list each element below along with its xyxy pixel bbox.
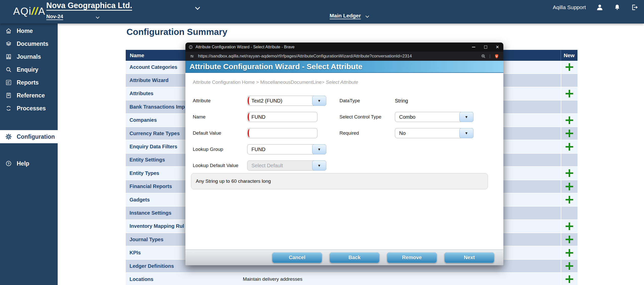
sidebar-item-home[interactable]: Home: [0, 24, 58, 37]
datatype-info-text: Any String up to 60 characters long: [196, 178, 271, 184]
back-button[interactable]: Back: [330, 252, 379, 263]
add-new-button[interactable]: [565, 129, 573, 137]
sidebar-item-reports[interactable]: Reports: [0, 76, 58, 89]
cancel-button[interactable]: Cancel: [272, 252, 322, 263]
sidebar-item-label: Reference: [17, 92, 45, 99]
app-root: AQi//A Nova Geographica Ltd. Nov-24 Main…: [0, 0, 644, 285]
address-bar: https://sandbox.aqilla.net/rayyan-aqdemo…: [185, 52, 503, 61]
add-new-button[interactable]: [565, 116, 573, 124]
new-cell: [561, 260, 577, 272]
configuration-icon: [5, 133, 12, 140]
new-cell: [561, 180, 577, 193]
add-new-button[interactable]: [565, 143, 573, 151]
config-item-name[interactable]: Locations: [126, 273, 243, 285]
minimize-button[interactable]: [468, 43, 480, 52]
page-title: Configuration Summary: [126, 27, 227, 37]
zoom-in-icon[interactable]: [481, 54, 486, 59]
table-row: Locations Maintain delivery addresses: [126, 273, 577, 285]
toolbar-separator: |: [489, 54, 490, 59]
add-new-button[interactable]: [565, 63, 573, 71]
lookup-default-value-label: Lookup Default Value: [193, 160, 238, 171]
lookup-group-combo: ▼: [247, 144, 326, 154]
lookup-group-dropdown-button[interactable]: ▼: [312, 144, 326, 154]
ledger-label: Main Ledger: [330, 13, 361, 18]
default-value-input[interactable]: [247, 128, 317, 138]
chevron-down-icon[interactable]: [366, 14, 369, 18]
ledger-selector[interactable]: Main Ledger: [330, 13, 361, 19]
topbar: AQi//A Nova Geographica Ltd. Nov-24 Main…: [0, 0, 644, 24]
new-cell: [561, 167, 577, 179]
required-dropdown-button[interactable]: ▼: [459, 128, 474, 138]
brave-shield-icon[interactable]: [494, 54, 499, 59]
aqilla-logo[interactable]: AQi//A: [13, 6, 46, 17]
breadcrumb-entity[interactable]: MiscellaneousDocumentLine: [260, 79, 322, 85]
name-input[interactable]: [247, 112, 317, 122]
add-new-button[interactable]: [565, 249, 573, 257]
site-settings-icon[interactable]: [189, 54, 195, 59]
sidebar-item-label: Reports: [17, 79, 39, 86]
sidebar-item-label: Enquiry: [17, 66, 38, 73]
remove-button[interactable]: Remove: [387, 252, 437, 263]
name-label: Name: [193, 112, 206, 122]
lookup-default-value-combo: ▼: [247, 160, 326, 171]
logo-slashes: //: [32, 6, 38, 17]
add-new-button[interactable]: [565, 222, 573, 230]
maximize-button[interactable]: [480, 43, 491, 52]
sidebar-item-configuration[interactable]: Configuration: [0, 130, 58, 143]
add-new-button[interactable]: [565, 169, 573, 177]
sidebar-item-reference[interactable]: Reference: [0, 89, 58, 102]
lookup-default-value-dropdown-button[interactable]: ▼: [312, 160, 326, 171]
company-selector[interactable]: Nova Geographica Ltd.: [46, 1, 132, 10]
period-selector[interactable]: Nov-24: [46, 14, 63, 19]
logout-icon[interactable]: [631, 4, 638, 11]
new-cell: [561, 140, 577, 153]
url-text[interactable]: https://sandbox.aqilla.net/rayyan-aqdemo…: [198, 54, 477, 59]
select-control-type-dropdown-button[interactable]: ▼: [459, 112, 474, 122]
svg-text:?: ?: [8, 162, 10, 166]
notifications-bell-icon[interactable]: [614, 4, 621, 11]
close-button[interactable]: ×: [491, 43, 503, 52]
sidebar-item-label: Processes: [17, 105, 46, 112]
sidebar-item-label: Home: [17, 28, 33, 34]
wizard-title: Attribute Configuration Wizard - Select …: [189, 62, 362, 71]
breadcrumb-current: Select Attribute: [326, 79, 358, 85]
new-cell: [561, 193, 577, 206]
next-button[interactable]: Next: [444, 252, 494, 263]
user-name: Aqilla Support: [553, 4, 586, 10]
datatype-info-box: Any String up to 60 characters long: [191, 173, 488, 189]
sidebar-item-help[interactable]: ? Help: [0, 157, 58, 170]
wizard-footer: CancelBackRemoveNext: [185, 250, 503, 265]
company-name: Nova Geographica Ltd.: [46, 1, 132, 10]
add-new-button[interactable]: [565, 196, 573, 204]
sidebar-item-enquiry[interactable]: Enquiry: [0, 63, 58, 76]
chevron-down-icon[interactable]: [195, 5, 200, 10]
documents-icon: [5, 40, 12, 47]
wizard-header: Attribute Configuration Wizard - Select …: [185, 61, 503, 73]
add-new-button[interactable]: [565, 90, 573, 98]
sidebar-item-processes[interactable]: Processes: [0, 102, 58, 115]
chevron-down-icon[interactable]: [96, 15, 99, 19]
add-new-button[interactable]: [565, 262, 573, 270]
sidebar-item-journals[interactable]: Journals: [0, 50, 58, 63]
attribute-label: Attribute: [193, 96, 211, 106]
sidebar-item-label: Documents: [17, 40, 48, 47]
sidebar-item-label: Configuration: [17, 133, 55, 140]
add-new-button[interactable]: [565, 182, 573, 191]
breadcrumb-home[interactable]: Attribute Configuration Home: [193, 79, 255, 85]
dropdown-arrow-icon: ▼: [465, 131, 468, 135]
required-label: Required: [339, 128, 359, 138]
datatype-label: DataType: [339, 96, 360, 106]
home-icon: [5, 28, 12, 34]
attribute-combo: ▼: [247, 96, 326, 106]
add-new-button[interactable]: [565, 235, 573, 243]
new-cell: [561, 246, 577, 259]
attribute-dropdown-button[interactable]: ▼: [312, 96, 326, 106]
new-cell: [561, 74, 577, 87]
user-icon[interactable]: [596, 4, 604, 11]
minimize-icon: [472, 47, 475, 47]
window-titlebar[interactable]: Attribute Configuration Wizard - Select …: [185, 43, 503, 52]
add-new-button[interactable]: [565, 275, 573, 283]
sidebar-item-documents[interactable]: Documents: [0, 37, 58, 50]
new-cell: [561, 273, 577, 285]
help-icon: ?: [5, 160, 12, 167]
